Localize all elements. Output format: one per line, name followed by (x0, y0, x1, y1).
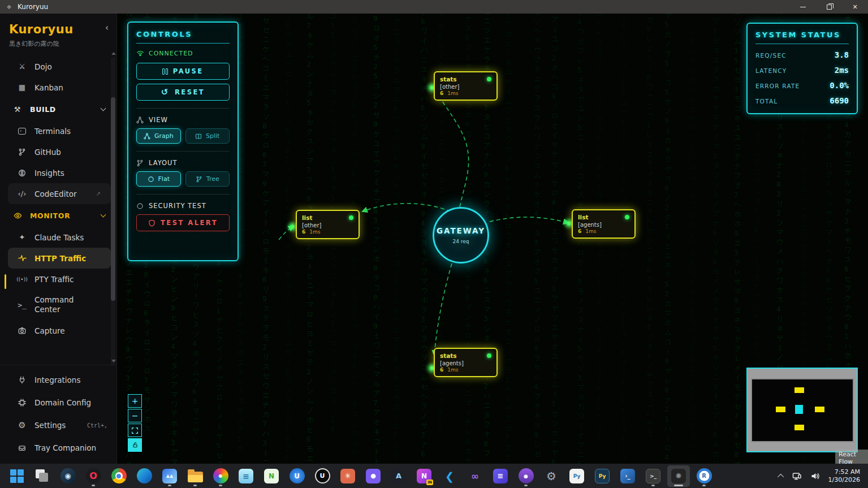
chrome-icon[interactable] (107, 465, 130, 487)
task-view-icon[interactable] (31, 465, 54, 487)
graph-canvas[interactable]: ン カ ヲ ヤ ワ ミ 8 5 0 7 レ ユ シ 6 キ 0 コ エ 6 シ … (117, 14, 868, 464)
ghost-app-icon[interactable]: ● (362, 465, 385, 487)
zoom-in-button[interactable]: + (128, 394, 142, 408)
node-stats-other[interactable]: stats [other] 61ms (434, 71, 498, 101)
opera-gx-icon[interactable]: O (82, 465, 105, 487)
sidebar-item-dojo[interactable]: ⚔ Dojo (0, 56, 116, 77)
sidebar: Kuroryuu 黒き幻影の露の龍 ‹ ⚔ Dojo ▦ Kanban ⚒ BU… (0, 14, 117, 464)
sidebar-item-tray-companion[interactable]: Tray Companion (0, 437, 116, 459)
python-file-icon[interactable]: Py (565, 465, 588, 487)
node-list-agents[interactable]: list [agents] 61ms (572, 209, 636, 239)
sidebar-item-http-traffic[interactable]: HTTP Traffic (8, 248, 111, 269)
start-icon[interactable] (6, 465, 28, 487)
test-alert-button[interactable]: TEST ALERT (136, 214, 230, 231)
zoom-out-button[interactable]: − (128, 409, 142, 422)
sidebar-item-label: CodeEditor (34, 189, 77, 198)
kuroryuu-icon[interactable]: ✺ (667, 465, 690, 487)
remote-r-icon[interactable]: R (693, 465, 715, 487)
sidebar-item-insights[interactable]: Insights (0, 162, 116, 183)
status-value: 0.0% (830, 81, 849, 90)
terminal-icon[interactable]: >_ (642, 465, 664, 487)
vs-code-icon[interactable]: ❮ (438, 465, 461, 487)
minimap-gateway (795, 405, 803, 414)
edge-icon[interactable] (133, 465, 156, 487)
status-label: ERROR RATE (755, 83, 800, 89)
terminal-icon: › (17, 128, 27, 135)
split-icon (195, 133, 202, 140)
system-tray: 7:52 AM 1/30/2026 (779, 468, 868, 484)
unreal-engine-icon[interactable]: U (286, 465, 308, 487)
external-link-icon: ↗ (96, 191, 101, 197)
tray-icon (17, 444, 27, 452)
gateway-request-count: 24 req (452, 239, 469, 244)
pause-button[interactable]: PAUSE (136, 63, 230, 80)
sidebar-section-monitor[interactable]: MONITOR (0, 204, 116, 227)
office-365-icon[interactable]: NIN (413, 465, 435, 487)
starburst-app-icon[interactable]: ✳ (336, 465, 359, 487)
layout-tree-button[interactable]: Tree (185, 171, 230, 187)
sidebar-item-kanban[interactable]: ▦ Kanban (0, 77, 116, 98)
branch-icon (136, 159, 144, 167)
sidebar-item-domain-config[interactable]: Domain Config (0, 391, 116, 414)
fit-view-icon (131, 427, 139, 434)
wifi-icon (136, 49, 144, 57)
sidebar-item-label: Tray Companion (34, 443, 96, 452)
file-explorer-icon[interactable] (184, 465, 206, 487)
visual-studio-icon[interactable]: ∞ (464, 465, 486, 487)
paint-icon[interactable]: ● (209, 465, 232, 487)
sidebar-item-settings[interactable]: ⚙ Settings Ctrl+, (0, 414, 116, 437)
sidebar-item-capture[interactable]: Capture (0, 320, 116, 341)
sidebar-item-integrations[interactable]: Integrations (0, 369, 116, 391)
arc-app-icon[interactable]: A (387, 465, 410, 487)
settings-gear-icon[interactable]: ⚙ (540, 465, 563, 487)
view-graph-button[interactable]: Graph (136, 128, 181, 144)
taskbar-clock[interactable]: 7:52 AM 1/30/2026 (828, 468, 860, 484)
gateway-node[interactable]: GATEWAY 24 req (433, 207, 489, 264)
scroll-down-arrow[interactable] (111, 360, 116, 362)
node-stats-agents[interactable]: stats [agents] 61ms (434, 348, 498, 377)
python-console-icon[interactable]: Py (591, 465, 614, 487)
photos-icon[interactable]: ▲▲ (158, 465, 181, 487)
notepad-plus-plus-icon[interactable]: N (260, 465, 283, 487)
sidebar-section-build[interactable]: ⚒ BUILD (0, 98, 116, 120)
close-button[interactable]: ✕ (842, 0, 868, 14)
node-list-other[interactable]: list [other] 61ms (296, 210, 360, 239)
view-split-button[interactable]: Split (185, 128, 230, 144)
sidebar-item-label: Kanban (34, 83, 63, 92)
sidebar-item-pty-traffic[interactable]: ((•)) PTY Traffic (0, 269, 116, 290)
sidebar-item-command-center[interactable]: >_ Command Center (0, 290, 116, 320)
broadcast-icon: ((•)) (17, 277, 27, 282)
speaker-icon[interactable] (810, 472, 820, 481)
kanban-icon: ▦ (17, 83, 27, 92)
sidebar-item-github[interactable]: GitHub (0, 141, 116, 162)
tray-chevron-up-icon[interactable] (778, 473, 784, 480)
window-title: Kuroryuu (18, 3, 48, 11)
fit-view-button[interactable] (128, 424, 142, 437)
layout-flat-button[interactable]: Flat (136, 171, 181, 187)
sparkles-icon: ✦ (17, 233, 27, 241)
zoom-controls: + − (128, 394, 142, 453)
minimize-button[interactable] (790, 0, 816, 14)
unreal-engine-dark-icon[interactable]: U (311, 465, 334, 487)
notepad-icon[interactable]: ≡ (235, 465, 257, 487)
github-desktop-icon[interactable]: ● (515, 465, 537, 487)
reset-button[interactable]: ↺ RESET (136, 84, 230, 101)
steam-icon[interactable]: ◉ (57, 465, 79, 487)
system-status-panel: SYSTEM STATUS REQ/SEC 3.8 LATENCY 2ms ER… (746, 23, 858, 114)
code-icon: ‹/› (17, 189, 27, 198)
sidebar-collapse-button[interactable]: ‹ (105, 23, 109, 33)
scroll-up-arrow[interactable] (111, 52, 116, 55)
sidebar-scrollbar[interactable] (111, 58, 115, 366)
lock-button[interactable] (128, 438, 142, 452)
sidebar-item-terminals[interactable]: › Terminals (0, 120, 116, 141)
gateway-label: GATEWAY (437, 226, 485, 235)
maximize-button[interactable] (816, 0, 842, 14)
minimap[interactable] (746, 368, 858, 452)
sidebar-item-codeeditor[interactable]: ‹/› CodeEditor ↗ (8, 183, 111, 204)
minimap-node (794, 387, 804, 393)
network-display-icon[interactable] (792, 472, 802, 481)
powershell-icon[interactable]: ›_ (616, 465, 639, 487)
sidebar-item-claude-tasks[interactable]: ✦ Claude Tasks (0, 227, 116, 248)
notes-app-icon[interactable]: ≡ (489, 465, 512, 487)
view-label: VIEW (149, 116, 168, 124)
